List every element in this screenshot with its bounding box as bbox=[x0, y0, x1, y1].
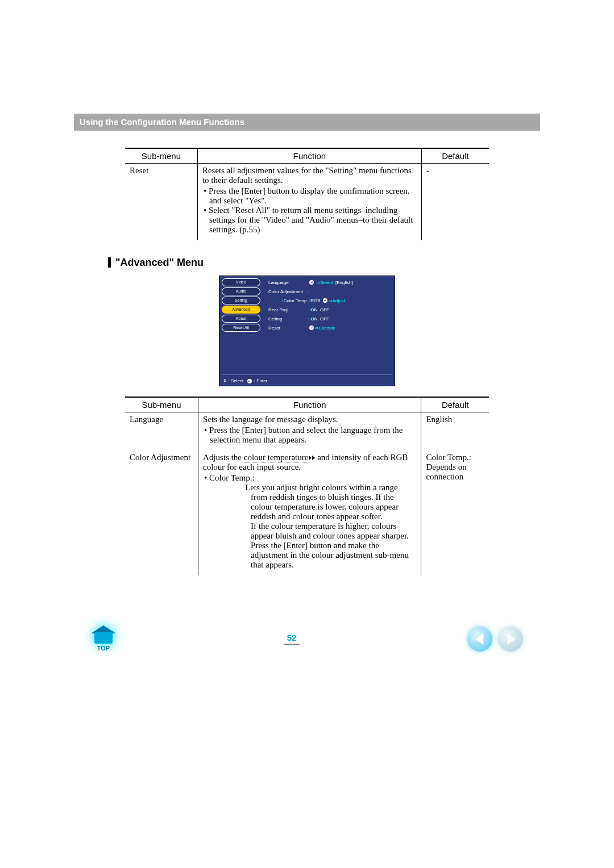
table-row: Language Sets the language for message d… bbox=[125, 412, 489, 451]
enter-icon: ↵ bbox=[247, 379, 252, 383]
settings-table-reset: Sub-menu Function Default Reset Resets a… bbox=[125, 148, 489, 240]
osd-value: ON bbox=[310, 307, 317, 312]
page-number: 52 bbox=[284, 633, 300, 645]
osd-label: Reset bbox=[268, 326, 308, 331]
next-page-button[interactable] bbox=[498, 627, 523, 652]
osd-label: Ceiling bbox=[268, 316, 308, 322]
osd-menu-item: Reset All bbox=[222, 324, 260, 332]
prev-page-button[interactable] bbox=[467, 627, 492, 652]
enter-icon: ↵ bbox=[323, 298, 327, 303]
osd-menu-item: Audio bbox=[222, 287, 260, 295]
top-label: TOP bbox=[97, 645, 110, 652]
bullet-item: Select "Reset All" to return all menu se… bbox=[204, 206, 417, 235]
osd-hint: ⇒Execute bbox=[315, 326, 335, 331]
cell-function: Resets all adjustment values for the "Se… bbox=[197, 164, 421, 241]
page-footer: TOP 52 bbox=[74, 627, 540, 652]
bullet-item: Press the [Enter] button and select the … bbox=[204, 425, 416, 445]
osd-menu-item-selected: Advanced bbox=[222, 306, 260, 314]
col-header-default: Default bbox=[421, 397, 489, 412]
osd-value: OFF bbox=[320, 307, 329, 312]
section-heading: "Advanced" Menu bbox=[108, 257, 540, 268]
cell-function-intro-a: Adjusts the bbox=[203, 453, 244, 462]
col-header-submenu: Sub-menu bbox=[125, 148, 197, 164]
home-icon bbox=[91, 627, 116, 644]
osd-hint: ⇒Adjust bbox=[329, 298, 345, 303]
forward-icon bbox=[309, 456, 312, 460]
col-header-default: Default bbox=[421, 148, 489, 164]
cell-function-intro: Sets the language for message displays. bbox=[203, 415, 338, 424]
cell-default: Color Temp.: Depends on connection bbox=[421, 450, 489, 575]
osd-screenshot: Video Language↵ ⇒Select [English] Audio … bbox=[74, 276, 540, 386]
cell-submenu: Language bbox=[125, 412, 198, 451]
osd-label: Rear Proj. bbox=[268, 307, 308, 312]
osd-label: Color Adjustment bbox=[268, 289, 308, 294]
osd-opt: RGB bbox=[310, 298, 320, 303]
cell-default: English bbox=[421, 412, 489, 451]
glossary-link[interactable]: colour temperature bbox=[244, 453, 309, 462]
section-banner: Using the Configuration Menu Functions bbox=[74, 114, 540, 131]
bullet-item: Press the [Enter] button to display the … bbox=[204, 186, 417, 206]
osd-label: Language bbox=[268, 280, 308, 285]
document-page: Using the Configuration Menu Functions S… bbox=[0, 0, 614, 674]
updown-icon: ⇕ bbox=[223, 378, 227, 383]
cell-function-intro: Resets all adjustment values for the "Se… bbox=[202, 166, 412, 185]
osd-value: [English] bbox=[335, 280, 353, 285]
osd-value: ON bbox=[310, 316, 317, 322]
osd-menu-item: Setting bbox=[222, 297, 260, 304]
cell-default: - bbox=[421, 164, 489, 241]
col-header-function: Function bbox=[198, 397, 421, 412]
advanced-menu-table: Sub-menu Function Default Language Sets … bbox=[125, 397, 489, 575]
cell-submenu: Reset bbox=[125, 164, 197, 241]
col-header-submenu: Sub-menu bbox=[125, 397, 198, 412]
cell-submenu: Color Adjustment bbox=[125, 450, 198, 575]
osd-footer: ⇕ : Select ↵ : Enter bbox=[222, 377, 392, 383]
osd-menu-item: About bbox=[222, 315, 260, 323]
top-link[interactable]: TOP bbox=[91, 627, 116, 652]
table-row: Color Adjustment Adjusts the colour temp… bbox=[125, 450, 489, 575]
enter-icon: ↵ bbox=[309, 280, 314, 285]
osd-value: OFF bbox=[320, 316, 329, 322]
col-header-function: Function bbox=[197, 148, 421, 164]
osd-hint: ⇒Select bbox=[316, 280, 333, 285]
osd-sub: Color Temp. bbox=[284, 298, 308, 303]
table-row: Reset Resets all adjustment values for t… bbox=[125, 164, 489, 241]
osd-menu-item: Video bbox=[222, 278, 260, 286]
enter-icon: ↵ bbox=[309, 326, 314, 330]
cell-function: Sets the language for message displays. … bbox=[198, 412, 421, 451]
cell-function: Adjusts the colour temperature and inten… bbox=[198, 450, 421, 575]
section-banner-text: Using the Configuration Menu Functions bbox=[80, 117, 244, 127]
bullet-item: Color Temp.: Lets you adjust bright colo… bbox=[204, 473, 416, 570]
